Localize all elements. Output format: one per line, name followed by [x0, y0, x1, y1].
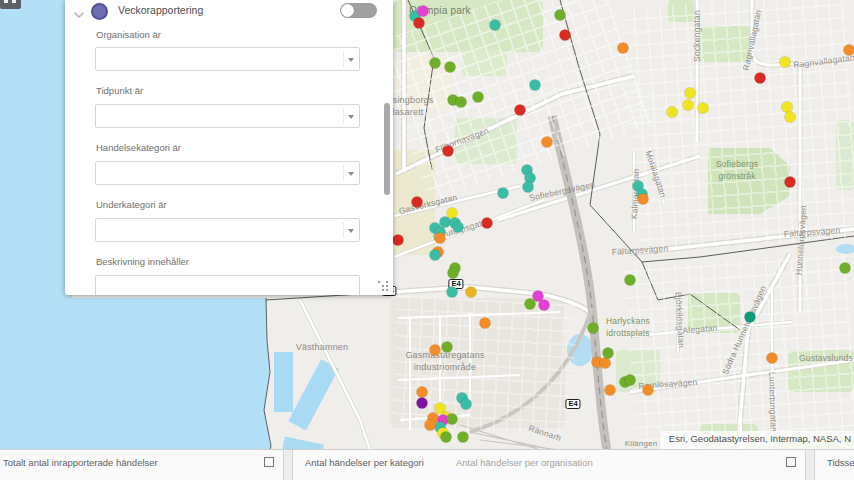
incident-dot[interactable] — [430, 345, 441, 356]
incident-dot[interactable] — [683, 100, 694, 111]
incident-dot[interactable] — [667, 107, 678, 118]
handelsekategori-select[interactable] — [95, 161, 360, 185]
map-label: Sockengatan — [692, 10, 702, 62]
field-label-underkategori: Underkategori är — [96, 199, 167, 210]
incident-dot[interactable] — [448, 268, 459, 279]
incident-dot[interactable] — [490, 20, 501, 31]
chevron-down-icon[interactable] — [348, 172, 354, 176]
incident-dot[interactable] — [560, 30, 571, 41]
widget-total-events[interactable]: Totalt antal inrapporterade händelser — [0, 450, 283, 480]
incident-dot[interactable] — [588, 323, 599, 334]
toggle-knob — [341, 4, 354, 17]
map-label: industriområde — [414, 362, 476, 372]
incident-dot[interactable] — [453, 222, 464, 233]
map-label: Sofiebergs — [716, 159, 759, 169]
incident-dot[interactable] — [625, 375, 636, 386]
incident-dot[interactable] — [618, 43, 629, 54]
panel-scrollbar[interactable] — [384, 103, 390, 195]
chevron-down-icon[interactable] — [348, 115, 354, 119]
field-label-organisation: Organisation är — [96, 29, 161, 40]
bottom-widget-bar: Totalt antal inrapporterade händelser An… — [0, 449, 854, 480]
incident-dot[interactable] — [780, 57, 791, 68]
incident-dot[interactable] — [600, 358, 611, 369]
incident-dot[interactable] — [785, 177, 796, 188]
incident-dot[interactable] — [698, 103, 709, 114]
incident-dot[interactable] — [430, 58, 441, 69]
incident-dot[interactable] — [542, 137, 553, 148]
incident-dot[interactable] — [555, 10, 566, 21]
incident-dot[interactable] — [525, 299, 536, 310]
collapse-chevron-icon[interactable] — [73, 5, 85, 23]
tidpunkt-select[interactable] — [95, 104, 360, 128]
incident-dot[interactable] — [466, 287, 477, 298]
incident-dot[interactable] — [417, 387, 428, 398]
map-label: grönstråk — [718, 171, 755, 181]
incident-dot[interactable] — [447, 287, 458, 298]
incident-dot[interactable] — [442, 342, 453, 353]
incident-dot[interactable] — [435, 233, 446, 244]
map-label: idrottsplats — [606, 328, 650, 338]
incident-dot[interactable] — [458, 432, 469, 443]
incident-dot[interactable] — [603, 348, 614, 359]
incident-dot[interactable] — [480, 318, 491, 329]
incident-dot[interactable] — [498, 188, 509, 199]
widget-title: Antal händelser per kategori — [305, 457, 424, 468]
widget-title: Totalt antal inrapporterade händelser — [3, 457, 158, 468]
incident-dot[interactable] — [625, 275, 636, 286]
map-label: Luntertungatan — [767, 372, 779, 432]
incident-dot[interactable] — [430, 250, 441, 261]
bar-divider — [805, 450, 815, 480]
expand-icon[interactable] — [786, 457, 796, 467]
incident-dot[interactable] — [414, 18, 425, 29]
expand-icon[interactable] — [264, 457, 274, 467]
beskrivning-input[interactable] — [95, 275, 360, 295]
widget-events-by-category[interactable]: Antal händelser per kategori Antal hände… — [293, 450, 805, 480]
incident-dot[interactable] — [638, 194, 649, 205]
map-label: lsingborgs — [390, 95, 433, 105]
panel-resize-grip[interactable] — [378, 281, 389, 292]
incident-dot[interactable] — [447, 414, 458, 425]
organisation-select[interactable] — [95, 47, 360, 71]
incident-dot[interactable] — [539, 300, 550, 311]
incident-dot[interactable] — [840, 263, 851, 274]
widget-title: Tidsseri — [827, 457, 854, 468]
map-tool-icon[interactable] — [0, 0, 21, 9]
incident-dot[interactable] — [418, 6, 429, 17]
incident-dot[interactable] — [425, 420, 436, 431]
incident-dot[interactable] — [745, 312, 756, 323]
incident-dot[interactable] — [530, 80, 541, 91]
incident-dot[interactable] — [456, 97, 467, 108]
road-shield-e4: E4 — [565, 399, 580, 409]
bar-divider — [283, 450, 293, 480]
incident-dot[interactable] — [515, 105, 526, 116]
incident-dot[interactable] — [473, 92, 484, 103]
underkategori-select[interactable] — [95, 218, 360, 242]
incident-dot[interactable] — [443, 146, 454, 157]
map-label: Gustavslunds — [799, 353, 853, 363]
app-window: Olympia parklsingborgslasarettFilbornavä… — [0, 0, 854, 480]
chevron-down-icon[interactable] — [348, 229, 354, 233]
incident-dot[interactable] — [643, 385, 654, 396]
map-attribution: Esri, Geodatastyrelsen, Intermap, NASA, … — [661, 431, 854, 449]
map-label: Harlyckans — [606, 316, 650, 326]
map-label: lasarett — [392, 107, 423, 117]
chevron-down-icon[interactable] — [348, 58, 354, 62]
incident-dot[interactable] — [461, 399, 472, 410]
incident-dot[interactable] — [844, 45, 854, 56]
incident-dot[interactable] — [393, 235, 404, 246]
incident-dot[interactable] — [523, 182, 534, 193]
incident-dot[interactable] — [412, 197, 423, 208]
incident-dot[interactable] — [685, 88, 696, 99]
incident-dot[interactable] — [755, 73, 766, 84]
incident-dot[interactable] — [445, 62, 456, 73]
incident-dot[interactable] — [767, 353, 778, 364]
incident-dot[interactable] — [605, 385, 616, 396]
incident-dot[interactable] — [441, 432, 452, 443]
filter-toggle[interactable] — [340, 3, 377, 18]
map-label: Kilängen — [625, 439, 658, 448]
incident-dot[interactable] — [417, 398, 428, 409]
incident-dot[interactable] — [785, 112, 796, 123]
field-label-tidpunkt: Tidpunkt är — [96, 85, 143, 96]
incident-dot[interactable] — [482, 218, 493, 229]
widget-timeseries[interactable]: Tidsseri — [815, 450, 854, 480]
